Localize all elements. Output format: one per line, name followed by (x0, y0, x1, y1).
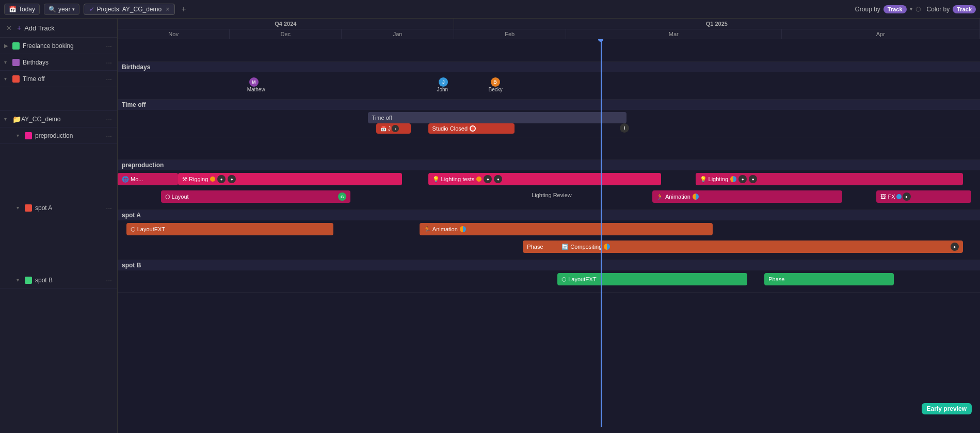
animation-pre-label: Animation (665, 194, 690, 200)
lt-avatar2: ● (494, 175, 502, 183)
lt-dot (476, 177, 481, 182)
j-bar[interactable]: 📅 J • (376, 123, 411, 134)
layout-icon: ⬡ (165, 194, 170, 200)
chevron-down-icon: ▾ (72, 7, 75, 12)
studio-closed-label: Studio Closed (432, 125, 468, 132)
timeoff-row: Time off 📅 J • Studio Closed ⟩ (118, 110, 980, 137)
lighting-toggle-dot (730, 176, 736, 182)
more-menu-button[interactable]: ··· (105, 204, 113, 212)
close-sidebar-icon[interactable]: ✕ (6, 24, 12, 32)
lighting-tests-bar[interactable]: 💡 Lighting tests ● ● (428, 173, 661, 185)
modeling-bar[interactable]: 🌐 Mo... (118, 173, 178, 185)
phase-a-label: Phase (527, 244, 543, 250)
zoom-label: year (58, 6, 70, 13)
today-button[interactable]: 📅 Today (4, 4, 40, 15)
john-avatar-bar[interactable]: J John (437, 77, 448, 92)
anim-a-dot (460, 226, 466, 232)
timeline-header: Q4 2024 Q1 2025 Nov Dec Jan Feb Mar Apr (118, 19, 980, 39)
sidebar-item-spotB[interactable]: ▾ spot B ··· (0, 272, 117, 288)
layoutEXT-b-bar[interactable]: ⬡ LayoutEXT (557, 273, 747, 285)
track-color-icon (25, 204, 32, 212)
animation-a-bar[interactable]: 🏃 Animation (420, 223, 713, 235)
becky-label: Becky (489, 87, 503, 92)
sidebar-item-aycgdemo[interactable]: ▾ 📁 AY_CG_demo ··· (0, 111, 117, 127)
spotB-section: spot B ⬡ LayoutEXT Phase (118, 260, 980, 293)
group-by-control[interactable]: Group by Track ▾ ⬡ (855, 5, 920, 13)
month-row: Nov Dec Jan Feb Mar Apr (118, 29, 980, 39)
timeoff-section: Time off Time off 📅 J • Studio Closed (118, 100, 980, 137)
fx-icon: 🖼 (880, 194, 886, 200)
anim-toggle (693, 194, 699, 200)
rigging-avatar2: ● (228, 175, 236, 183)
phase-b-bar[interactable]: Phase (764, 273, 894, 285)
fx-avatar: ● (903, 193, 911, 201)
tab-add-button[interactable]: + (179, 5, 188, 14)
color-by-control[interactable]: Color by Track (927, 5, 976, 13)
sidebar-item-label: Time off (23, 75, 105, 83)
comp-toggle (604, 244, 610, 250)
more-menu-button[interactable]: ··· (105, 132, 113, 140)
chevron-icon: ▾ (17, 133, 23, 138)
group-by-expand-icon: ⬡ (915, 6, 921, 13)
track-color-icon (12, 75, 20, 83)
spotB-header: spot B (118, 260, 980, 270)
color-by-value: Track (953, 5, 976, 13)
studio-closed-dot (470, 125, 476, 132)
studio-closed-bar[interactable]: Studio Closed (428, 123, 515, 134)
prepro-row2: ⬡ Layout G Lighting Review 🏃 Animation (118, 188, 980, 205)
more-menu-button[interactable]: ··· (105, 276, 113, 284)
tab-close-button[interactable]: × (166, 6, 169, 13)
mathew-avatar-bar[interactable]: M Mathew (247, 77, 265, 92)
lighting-icon: 💡 (700, 176, 707, 183)
j-label: 📅 J (380, 126, 391, 132)
zoom-selector[interactable]: 🔍 year ▾ (44, 4, 79, 15)
layoutEXT-b-icon: ⬡ (561, 276, 567, 283)
mathew-avatar: M (249, 77, 259, 87)
layout-avatar: G (338, 193, 346, 201)
becky-avatar: B (491, 77, 500, 87)
timeoff-right-item[interactable]: ⟩ (618, 123, 629, 133)
john-label: John (437, 87, 448, 92)
preproduction-section: preproduction 🌐 Mo... ⚒ Rigging (118, 160, 980, 210)
sidebar-item-preproduction[interactable]: ▾ preproduction ··· (0, 127, 117, 144)
layoutEXT-a-bar[interactable]: ⬡ LayoutEXT (126, 223, 333, 235)
content-area: Birthdays M Mathew J John B (118, 39, 980, 427)
aycgdemo-row (118, 137, 980, 160)
fx-bar[interactable]: 🖼 FX ● (876, 190, 971, 203)
timeoff-label: Time off (372, 115, 392, 121)
comp-avatar: ● (951, 243, 959, 251)
sidebar-item-spotA[interactable]: ▾ spot A ··· (0, 200, 117, 216)
add-track-button[interactable]: ✕ + Add Track (0, 19, 117, 38)
more-menu-button[interactable]: ··· (105, 42, 113, 50)
early-preview-badge[interactable]: Early preview (922, 403, 972, 414)
j-avatar: • (392, 125, 399, 132)
quarter-q4: Q4 2024 (118, 19, 454, 29)
month-apr: Apr (782, 29, 980, 39)
more-menu-button[interactable]: ··· (105, 58, 113, 67)
more-menu-button[interactable]: ··· (105, 75, 113, 83)
becky-avatar-bar[interactable]: B Becky (489, 77, 503, 92)
rigging-bar[interactable]: ⚒ Rigging ● ● (178, 173, 402, 185)
project-tab[interactable]: ✓ Projects: AY_CG_demo × (84, 4, 175, 15)
spotA-section: spot A ⬡ LayoutEXT 🏃 Animation (118, 210, 980, 260)
sidebar-item-freelance[interactable]: ▶ Freelance booking ··· (0, 38, 117, 54)
spotA-row1: ⬡ LayoutEXT 🏃 Animation (118, 220, 980, 238)
sidebar-item-timeoff[interactable]: ▾ Time off ··· (0, 71, 117, 87)
prepro-row1: 🌐 Mo... ⚒ Rigging ● ● (118, 170, 980, 188)
animation-icon: 🏃 (656, 194, 664, 200)
timeoff-bar[interactable]: Time off (368, 112, 626, 123)
layoutEXT-b-label: LayoutEXT (568, 276, 596, 282)
lt-avatar1: ● (484, 175, 492, 183)
lighting-bar[interactable]: 💡 Lighting ● ● (696, 173, 963, 185)
track-color-icon (12, 59, 20, 66)
more-menu-button[interactable]: ··· (105, 115, 113, 123)
layout-bar[interactable]: ⬡ Layout G (161, 190, 351, 203)
group-by-value: Track (883, 5, 907, 13)
compositing-label: Compositing (570, 244, 602, 250)
lt-toggle (476, 177, 481, 182)
layout-label: Layout (172, 194, 189, 200)
animation-pre-bar[interactable]: 🏃 Animation (652, 190, 842, 203)
sidebar-item-birthdays[interactable]: ▾ Birthdays ··· (0, 54, 117, 71)
compositing-bar[interactable]: 🔄 Compositing ● (557, 240, 962, 253)
search-icon: 🔍 (49, 6, 56, 13)
